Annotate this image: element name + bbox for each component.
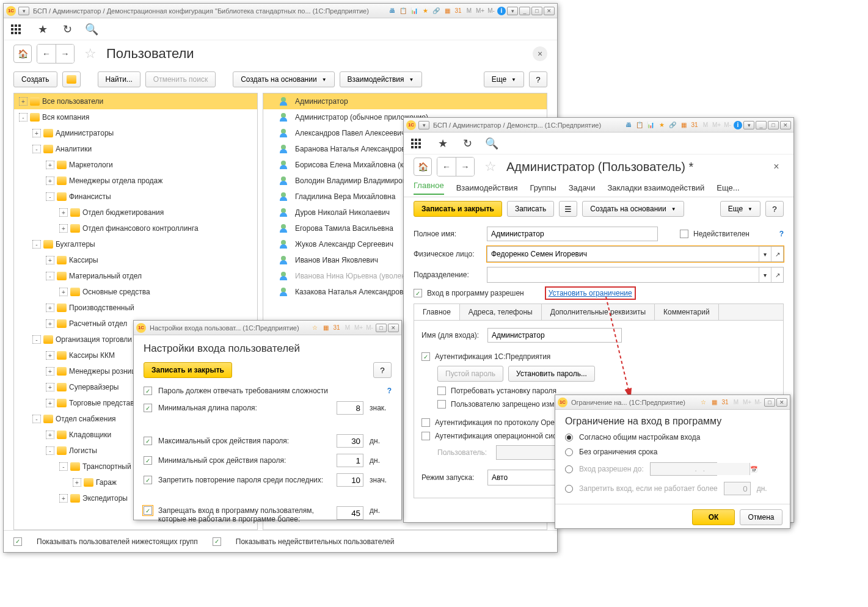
maxage-checkbox[interactable] bbox=[144, 437, 152, 445]
max-button[interactable]: □ bbox=[531, 7, 542, 15]
tb-mminus-icon[interactable]: M- bbox=[753, 398, 763, 407]
opt-until-radio[interactable] bbox=[565, 465, 573, 473]
tb-star-icon[interactable]: ★ bbox=[420, 6, 430, 16]
expand-icon[interactable]: + bbox=[46, 176, 54, 185]
expand-icon[interactable]: + bbox=[32, 129, 41, 137]
tb-cal-icon[interactable]: 31 bbox=[453, 6, 463, 16]
tb-doc-icon[interactable]: ▦ bbox=[442, 6, 452, 16]
dropdown-button[interactable]: ▾ bbox=[759, 247, 771, 261]
minlen-input[interactable] bbox=[337, 401, 363, 415]
tree-row[interactable]: +Все пользователи bbox=[14, 93, 257, 109]
empty-pwd-button[interactable]: Пустой пароль bbox=[437, 366, 503, 382]
inactive-checkbox[interactable] bbox=[680, 230, 688, 238]
tree-row[interactable]: +Менеджеры отдела продаж bbox=[14, 173, 257, 189]
tree-row[interactable]: -Материальный отдел bbox=[14, 268, 257, 284]
tb-mminus-icon[interactable]: M- bbox=[723, 120, 732, 130]
minage-checkbox[interactable] bbox=[144, 456, 152, 465]
show-sub-checkbox[interactable] bbox=[13, 537, 22, 546]
opt-inactive-radio[interactable] bbox=[565, 485, 573, 493]
tree-row[interactable]: +Производственный bbox=[14, 300, 257, 316]
list-settings-button[interactable]: ☰ bbox=[559, 201, 577, 217]
expand-icon[interactable]: - bbox=[46, 192, 54, 201]
tb-m-icon[interactable]: M bbox=[701, 120, 710, 130]
expand-icon[interactable]: - bbox=[19, 113, 27, 122]
tb-cal-icon[interactable]: 31 bbox=[332, 323, 341, 333]
max-button[interactable]: □ bbox=[376, 324, 387, 332]
tb-m-icon[interactable]: M bbox=[731, 398, 741, 407]
help-button[interactable]: ? bbox=[373, 362, 392, 378]
open-button[interactable]: ↗ bbox=[771, 267, 783, 282]
tb-calc-icon[interactable]: 📊 bbox=[409, 6, 419, 16]
help-button[interactable]: ? bbox=[765, 201, 784, 217]
tb-copy-icon[interactable]: 📋 bbox=[635, 120, 644, 130]
menu-icon[interactable] bbox=[11, 24, 26, 34]
expand-icon[interactable]: - bbox=[32, 240, 41, 249]
expand-icon[interactable]: + bbox=[19, 97, 27, 106]
expand-icon[interactable]: + bbox=[46, 399, 54, 407]
page-close-button[interactable]: × bbox=[533, 46, 547, 61]
tab-4[interactable]: Закладки взаимодействий bbox=[607, 183, 704, 192]
tb-star-icon[interactable]: ☆ bbox=[698, 398, 708, 407]
expand-icon[interactable]: - bbox=[32, 145, 41, 153]
denyinactive-checkbox[interactable] bbox=[144, 506, 152, 515]
max-button[interactable]: □ bbox=[768, 121, 779, 129]
auth-openid-checkbox[interactable] bbox=[421, 418, 430, 427]
tree-row[interactable]: -Вся компания bbox=[14, 109, 257, 125]
fullname-input[interactable] bbox=[487, 227, 658, 241]
expand-icon[interactable]: + bbox=[59, 224, 68, 233]
back-button[interactable]: ← bbox=[437, 158, 456, 176]
help-link[interactable]: ? bbox=[779, 230, 784, 238]
tb-doc-icon[interactable]: ▦ bbox=[321, 323, 330, 333]
person-input[interactable] bbox=[487, 247, 759, 261]
tab-1[interactable]: Взаимодействия bbox=[456, 183, 518, 192]
expand-icon[interactable]: + bbox=[46, 431, 54, 439]
history-icon[interactable]: ↻ bbox=[460, 137, 475, 150]
tb-m-icon[interactable]: M bbox=[464, 6, 474, 16]
close-button[interactable]: ✕ bbox=[776, 398, 787, 407]
tb-link-icon[interactable]: 🔗 bbox=[431, 6, 441, 16]
forward-button[interactable]: → bbox=[56, 45, 74, 63]
tree-row[interactable]: -Финансисты bbox=[14, 189, 257, 205]
tb-info-drop[interactable]: ▾ bbox=[507, 7, 518, 15]
dropdown-icon[interactable]: ▾ bbox=[418, 121, 429, 129]
save-close-button[interactable]: Записать и закрыть bbox=[414, 201, 502, 217]
star-icon[interactable]: ★ bbox=[436, 137, 450, 150]
tree-row[interactable]: +Маркетологи bbox=[14, 157, 257, 173]
tb-calc-icon[interactable]: 📊 bbox=[646, 120, 655, 130]
tb-info-drop[interactable]: ▾ bbox=[743, 121, 754, 129]
tb-cal-icon[interactable]: 31 bbox=[690, 120, 699, 130]
minlen-checkbox[interactable] bbox=[144, 404, 152, 412]
tab-2[interactable]: Группы bbox=[530, 183, 556, 192]
tb-print-icon[interactable]: 🖶 bbox=[387, 6, 397, 16]
tb-mminus-icon[interactable]: M- bbox=[365, 323, 374, 333]
expand-icon[interactable]: - bbox=[32, 415, 41, 423]
close-button[interactable]: ✕ bbox=[544, 7, 555, 15]
expand-icon[interactable]: - bbox=[46, 446, 54, 455]
save-button[interactable]: Записать bbox=[507, 201, 554, 217]
min-button[interactable]: _ bbox=[519, 7, 530, 15]
fav-star-icon[interactable]: ☆ bbox=[84, 46, 97, 62]
more-button[interactable]: Еще▼ bbox=[484, 71, 524, 87]
auth-os-checkbox[interactable] bbox=[421, 432, 430, 440]
create-based-button[interactable]: Создать на основании▼ bbox=[582, 201, 684, 217]
expand-icon[interactable]: + bbox=[46, 351, 54, 360]
maxage-input[interactable] bbox=[337, 434, 363, 448]
tb-copy-icon[interactable]: 📋 bbox=[398, 6, 408, 16]
dropdown-button[interactable]: ▾ bbox=[759, 267, 771, 282]
show-inactive-checkbox[interactable] bbox=[213, 537, 221, 546]
save-close-button[interactable]: Записать и закрыть bbox=[144, 362, 232, 378]
tab-5[interactable]: Еще... bbox=[717, 183, 739, 192]
deny-change-pwd-checkbox[interactable] bbox=[437, 400, 446, 409]
tb-mplus-icon[interactable]: M+ bbox=[742, 398, 752, 407]
tb-m-icon[interactable]: M bbox=[343, 323, 352, 333]
complexity-checkbox[interactable] bbox=[144, 387, 152, 395]
tb-print-icon[interactable]: 🖶 bbox=[624, 120, 633, 130]
expand-icon[interactable]: + bbox=[46, 383, 54, 391]
subtab-1[interactable]: Адреса, телефоны bbox=[460, 304, 542, 320]
search-icon[interactable]: 🔍 bbox=[84, 23, 99, 36]
create-based-button[interactable]: Создать на основании▼ bbox=[233, 71, 334, 87]
list-row[interactable]: Администратор bbox=[263, 93, 547, 109]
expand-icon[interactable]: + bbox=[59, 494, 68, 503]
create-folder-button[interactable] bbox=[62, 71, 81, 87]
tb-mplus-icon[interactable]: M+ bbox=[712, 120, 721, 130]
